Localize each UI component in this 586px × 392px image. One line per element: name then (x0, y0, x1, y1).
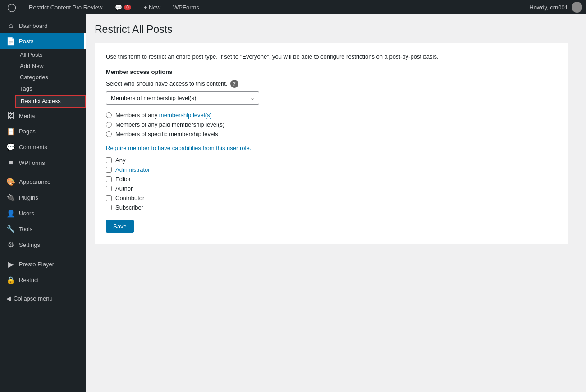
radio-paid-level[interactable] (106, 122, 112, 128)
section-title: Member access options (106, 68, 557, 75)
media-icon: 🖼 (6, 112, 15, 120)
dashboard-icon: ⌂ (6, 22, 15, 30)
membership-levels-link[interactable]: membership level(s) (159, 112, 212, 119)
checkbox-administrator[interactable] (106, 167, 112, 173)
access-dropdown[interactable]: Everyone Members of membership level(s) … (106, 91, 259, 105)
sidebar-label-posts: Posts (19, 38, 34, 45)
checkbox-group: Any Administrator Editor Author (106, 157, 557, 211)
access-dropdown-wrapper: Everyone Members of membership level(s) … (106, 91, 259, 105)
capability-link[interactable]: Require member to have capabilities from… (106, 145, 557, 151)
howdy-text: Howdy, crn001 (529, 4, 568, 11)
comment-bubble-icon: 💬 (115, 4, 122, 11)
collapse-menu-button[interactable]: ◀ Collapse menu (0, 292, 86, 305)
comments-sidebar-icon: 💬 (6, 143, 15, 151)
comment-count: 0 (124, 5, 131, 10)
checkbox-contributor[interactable] (106, 195, 112, 201)
page-title: Restrict All Posts (95, 23, 577, 36)
administrator-link[interactable]: Administrator (115, 166, 150, 173)
radio-item-paid-level: Members of any paid membership level(s) (106, 121, 557, 128)
content-box: Use this form to restrict an entire post… (95, 43, 568, 244)
radio-specific-level[interactable] (106, 131, 112, 137)
appearance-icon: 🎨 (6, 178, 15, 186)
checkbox-label-author: Author (115, 185, 133, 192)
sidebar-item-pages[interactable]: 📋 Pages (0, 123, 86, 139)
plugins-icon: 🔌 (6, 193, 15, 202)
users-icon: 👤 (6, 209, 15, 218)
radio-label-paid-level: Members of any paid membership level(s) (115, 121, 224, 128)
new-content-button[interactable]: + New (140, 0, 164, 14)
select-label-text: Select who should have access to this co… (106, 80, 228, 87)
checkbox-item-contributor: Contributor (106, 195, 557, 201)
checkbox-item-administrator: Administrator (106, 166, 557, 173)
checkbox-label-subscriber: Subscriber (115, 204, 143, 211)
admin-bar: ◯ Restrict Content Pro Review 💬 0 + New … (0, 0, 586, 14)
pages-icon: 📋 (6, 127, 15, 136)
help-icon[interactable]: ? (230, 80, 238, 88)
posts-submenu: All Posts Add New Categories Tags Restri… (0, 49, 86, 108)
save-button[interactable]: Save (106, 220, 134, 233)
presto-icon: ▶ (6, 260, 15, 269)
restrict-icon: 🔒 (6, 276, 15, 284)
sidebar-sub-add-new[interactable]: Add New (15, 60, 86, 72)
new-label: + New (144, 4, 160, 11)
sidebar-item-plugins[interactable]: 🔌 Plugins (0, 190, 86, 205)
checkbox-item-author: Author (106, 185, 557, 192)
sidebar-item-appearance[interactable]: 🎨 Appearance (0, 174, 86, 190)
radio-label-any-level: Members of any membership level(s) (115, 112, 212, 119)
sidebar-item-wpforms[interactable]: ■ WPForms (0, 155, 86, 170)
sidebar-item-tools[interactable]: 🔧 Tools (0, 221, 86, 237)
checkbox-item-editor: Editor (106, 176, 557, 182)
sidebar-sub-restrict-access[interactable]: Restrict Access (15, 95, 86, 108)
sidebar-label-media: Media (19, 113, 35, 119)
sidebar-item-posts[interactable]: 📄 Posts (0, 33, 86, 49)
radio-group: Members of any membership level(s) Membe… (106, 112, 557, 137)
sidebar-item-settings[interactable]: ⚙ Settings (0, 237, 86, 253)
sidebar-sub-all-posts[interactable]: All Posts (15, 49, 86, 60)
radio-any-level[interactable] (106, 112, 112, 118)
collapse-label: Collapse menu (14, 295, 53, 302)
checkbox-label-any: Any (115, 157, 125, 164)
main-content: Restrict All Posts Use this form to rest… (86, 14, 586, 392)
sidebar-item-dashboard[interactable]: ⌂ Dashboard (0, 18, 86, 33)
sidebar-item-media[interactable]: 🖼 Media (0, 108, 86, 123)
checkbox-any[interactable] (106, 157, 112, 163)
wp-logo-icon: ◯ (7, 2, 16, 12)
sidebar-label-comments: Comments (19, 144, 47, 150)
form-description: Use this form to restrict an entire post… (106, 52, 557, 61)
radio-item-any-level: Members of any membership level(s) (106, 112, 557, 119)
sidebar-item-users[interactable]: 👤 Users (0, 205, 86, 221)
site-name: Restrict Content Pro Review (29, 4, 102, 11)
sidebar-sub-categories[interactable]: Categories (15, 72, 86, 83)
checkbox-subscriber[interactable] (106, 205, 112, 210)
sidebar-label-settings: Settings (19, 242, 40, 248)
sidebar: ⌂ Dashboard 📄 Posts All Posts Add New Ca… (0, 14, 86, 392)
sidebar-label-presto: Presto Player (19, 261, 54, 268)
sidebar-label-pages: Pages (19, 128, 36, 135)
posts-icon: 📄 (6, 37, 15, 46)
sidebar-label-restrict: Restrict (19, 277, 39, 283)
checkbox-author[interactable] (106, 186, 112, 191)
comments-link[interactable]: 💬 0 (111, 0, 135, 14)
sidebar-item-presto-player[interactable]: ▶ Presto Player (0, 256, 86, 272)
sidebar-label-plugins: Plugins (19, 194, 38, 201)
checkbox-editor[interactable] (106, 176, 112, 182)
sidebar-label-tools: Tools (19, 226, 32, 232)
sidebar-label-wpforms: WPForms (19, 160, 45, 166)
sidebar-label-users: Users (19, 210, 34, 217)
wp-logo-button[interactable]: ◯ (4, 0, 20, 14)
collapse-arrow-icon: ◀ (6, 295, 11, 302)
tools-icon: 🔧 (6, 225, 15, 233)
checkbox-item-subscriber: Subscriber (106, 204, 557, 211)
avatar (572, 2, 582, 13)
sidebar-sub-tags[interactable]: Tags (15, 83, 86, 94)
wpforms-link[interactable]: WPForms (169, 0, 203, 14)
site-name-link[interactable]: Restrict Content Pro Review (25, 0, 106, 14)
sidebar-item-comments[interactable]: 💬 Comments (0, 139, 86, 155)
wpforms-label: WPForms (173, 4, 199, 11)
radio-item-specific-level: Members of specific membership levels (106, 131, 557, 137)
capability-text: Require member to have capabilities from… (106, 145, 251, 151)
wpforms-sidebar-icon: ■ (6, 159, 15, 167)
checkbox-item-any: Any (106, 157, 557, 164)
sidebar-item-restrict[interactable]: 🔒 Restrict (0, 272, 86, 288)
checkbox-label-contributor: Contributor (115, 195, 144, 201)
